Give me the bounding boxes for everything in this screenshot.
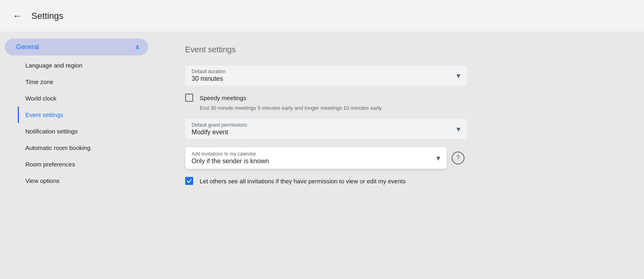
help-icon[interactable]: ? [452,152,464,164]
dropdown-invite-arrow-icon: ▾ [436,153,440,163]
back-button[interactable]: ← [10,9,25,23]
speedy-meetings-hint: End 30 minute meetings 5 minutes early a… [200,105,612,111]
sidebar-item-timezone[interactable]: Time zone [18,74,153,90]
sidebar: General ∧ Language and region Time zone … [0,32,153,279]
sidebar-general-label: General [16,43,39,51]
dropdown-guest-arrow-icon: ▾ [456,124,460,134]
sidebar-item-worldclock[interactable]: World clock [18,90,153,107]
default-guest-value: Modify event [192,129,460,136]
main-layout: General ∧ Language and region Time zone … [0,32,644,279]
let-others-row: Let others see all invitations if they h… [185,177,612,185]
speedy-meetings-checkbox[interactable] [185,94,193,102]
chevron-up-icon: ∧ [135,43,140,51]
page-title: Settings [31,11,64,21]
sidebar-general-header[interactable]: General ∧ [5,39,148,55]
dropdown-arrow-icon: ▾ [456,71,460,80]
header: ← Settings [0,0,644,32]
speedy-meetings-row: Speedy meetings [185,94,612,102]
default-duration-dropdown[interactable]: Default duration 30 minutes ▾ [185,66,467,86]
let-others-checkbox[interactable] [185,177,193,185]
sidebar-subitems: Language and region Time zone World cloc… [0,57,153,189]
invite-dropdown-container: Add invitations to my calendar Only if t… [185,147,612,169]
main-content: Event settings Default duration 30 minut… [153,32,644,279]
checkmark-icon [186,178,192,184]
default-duration-label: Default duration [192,69,460,74]
let-others-label: Let others see all invitations if they h… [200,178,406,185]
sidebar-item-notification[interactable]: Notification settings [18,123,153,140]
sidebar-item-roomprefs[interactable]: Room preferences [18,156,153,172]
sidebar-item-language[interactable]: Language and region [18,57,153,74]
sidebar-item-eventsettings[interactable]: Event settings [18,107,153,123]
section-title: Event settings [185,45,612,54]
sidebar-item-viewopts[interactable]: View options [18,172,153,189]
add-invitations-label: Add invitations to my calendar [192,151,440,157]
default-guest-permissions-dropdown[interactable]: Default guest permissions Modify event ▾ [185,119,467,139]
add-invitations-value: Only if the sender is known [192,158,440,165]
speedy-meetings-label: Speedy meetings [200,94,246,101]
add-invitations-dropdown[interactable]: Add invitations to my calendar Only if t… [185,147,447,169]
default-guest-label: Default guest permissions [192,122,460,128]
default-duration-value: 30 minutes [192,75,460,82]
sidebar-item-roombook[interactable]: Automatic room booking [18,140,153,156]
